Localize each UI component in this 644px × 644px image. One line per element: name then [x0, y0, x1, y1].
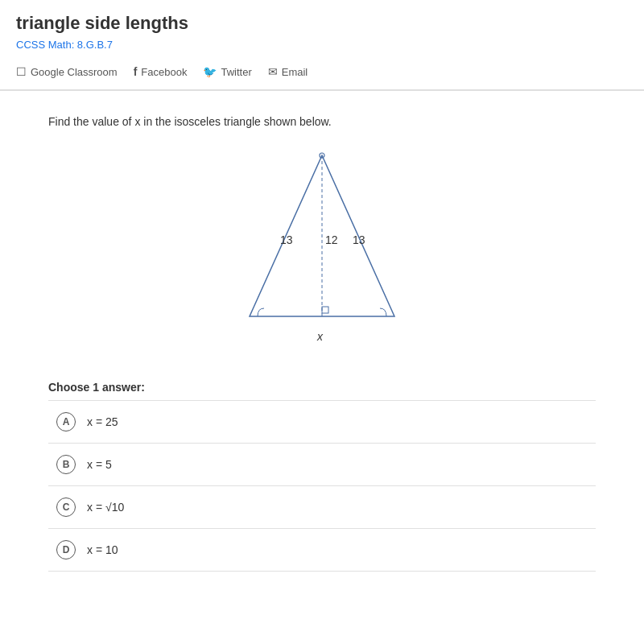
page-container: triangle side lengths CCSS Math: 8.G.B.7… — [0, 0, 644, 644]
facebook-link[interactable]: f Facebook — [134, 65, 188, 78]
triangle-diagram: 13 13 12 x — [217, 147, 427, 357]
svg-text:x: x — [316, 330, 324, 343]
twitter-label: Twitter — [221, 66, 251, 78]
svg-text:12: 12 — [325, 233, 338, 246]
answer-text-c: x = √10 — [87, 501, 124, 514]
email-label: Email — [282, 66, 308, 78]
answer-section: Choose 1 answer: A x = 25 B x = 5 C x = … — [48, 381, 596, 572]
answer-option-b[interactable]: B x = 5 — [48, 444, 596, 486]
facebook-label: Facebook — [141, 66, 187, 78]
header-section: triangle side lengths CCSS Math: 8.G.B.7… — [0, 0, 644, 90]
answer-text-d: x = 10 — [87, 543, 118, 556]
email-link[interactable]: ✉ Email — [268, 65, 308, 78]
triangle-container: 13 13 12 x — [48, 147, 596, 357]
answer-text-b: x = 5 — [87, 458, 112, 471]
google-classroom-link[interactable]: ☐ Google Classroom — [16, 65, 118, 78]
answer-circle-d: D — [56, 540, 76, 559]
svg-rect-3 — [322, 307, 328, 313]
twitter-icon: 🐦 — [203, 65, 217, 78]
google-classroom-label: Google Classroom — [31, 66, 118, 78]
google-classroom-icon: ☐ — [16, 65, 27, 78]
page-title: triangle side lengths — [16, 13, 628, 34]
share-bar: ☐ Google Classroom f Facebook 🐦 Twitter … — [16, 59, 628, 81]
answer-circle-a: A — [56, 412, 76, 431]
answer-option-d[interactable]: D x = 10 — [48, 529, 596, 572]
content-area: Find the value of x in the isosceles tri… — [0, 91, 644, 596]
svg-text:13: 13 — [353, 233, 365, 246]
question-text: Find the value of x in the isosceles tri… — [48, 115, 596, 128]
ccss-link[interactable]: CCSS Math: 8.G.B.7 — [16, 39, 628, 51]
answer-option-a[interactable]: A x = 25 — [48, 401, 596, 444]
answer-list: A x = 25 B x = 5 C x = √10 D x = 10 — [48, 400, 596, 572]
email-icon: ✉ — [268, 65, 278, 78]
facebook-icon: f — [134, 65, 138, 78]
svg-text:13: 13 — [280, 233, 293, 246]
choose-label: Choose 1 answer: — [48, 381, 596, 394]
answer-circle-c: C — [56, 497, 76, 517]
answer-circle-b: B — [56, 455, 76, 474]
answer-text-a: x = 25 — [87, 415, 118, 428]
twitter-link[interactable]: 🐦 Twitter — [203, 65, 251, 78]
answer-option-c[interactable]: C x = √10 — [48, 486, 596, 529]
